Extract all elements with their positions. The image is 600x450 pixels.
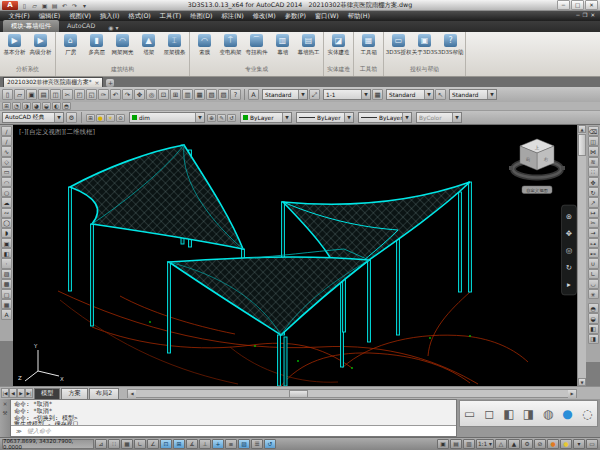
designcenter-icon[interactable]: ▦ — [194, 89, 205, 100]
annotation-visibility-button[interactable]: △ — [495, 439, 507, 449]
workshop-button[interactable]: ⌂厂房 — [58, 34, 83, 57]
redo-icon[interactable]: ↷ — [70, 1, 79, 10]
tab-scheme[interactable]: 方案 — [61, 388, 87, 399]
command-window-grip[interactable]: ✕⚒ — [0, 399, 10, 437]
layer-lock-icon[interactable]: ⊙ — [116, 114, 125, 122]
viewcube-top-face[interactable]: 上 — [535, 145, 540, 150]
polar-toggle[interactable]: ∠ — [147, 439, 159, 449]
scroll-left-icon[interactable]: ◀ — [128, 390, 136, 398]
viewport-controls-label[interactable]: [-][自定义视图][二维线框] — [19, 128, 95, 136]
command-close-icon[interactable]: ✕ — [3, 401, 8, 407]
ellipse-arc-icon[interactable]: ◗ — [1, 228, 12, 238]
linetype-combo[interactable]: ByLayer ▼ — [296, 112, 354, 123]
horizontal-scroll-thumb[interactable] — [289, 390, 308, 398]
text-style-combo[interactable]: Standard▼ — [262, 89, 308, 100]
about-button[interactable]: ▣关于3D3S — [412, 34, 437, 57]
point-icon[interactable]: · — [1, 258, 12, 268]
open-icon[interactable]: ▱ — [14, 89, 25, 100]
transparency-toggle[interactable]: ▨ — [238, 439, 250, 449]
table-icon[interactable]: ▦ — [1, 299, 12, 309]
mini-tool-icon-6[interactable]: ◐ — [52, 102, 61, 110]
lineweight-toggle[interactable]: ≡ — [225, 439, 237, 449]
revision-cloud-icon[interactable]: ☁ — [1, 197, 12, 207]
pan-icon[interactable]: ✥ — [134, 89, 145, 100]
mini-tool-icon-1[interactable]: ⊞ — [2, 102, 11, 110]
minimize-button[interactable]: ─ — [557, 0, 570, 10]
menu-item[interactable]: 格式(O) — [124, 12, 155, 21]
lineweight-combo[interactable]: ByLayer ▼ — [358, 112, 412, 123]
status-menu-button[interactable]: ▾ — [573, 439, 585, 449]
first-layout-icon[interactable]: |◀ — [1, 388, 9, 398]
send-under-icon[interactable]: ◨ — [588, 334, 599, 344]
mleader-style-icon[interactable]: ↖ — [435, 89, 446, 100]
plot-icon[interactable]: ▤ — [50, 1, 59, 10]
auto-annotate-button[interactable]: ▲ — [508, 439, 520, 449]
vs-realistic-button[interactable]: ● — [559, 402, 576, 425]
showmotion-icon[interactable]: ▸ — [567, 280, 571, 289]
rectangle-icon[interactable]: ▭ — [1, 167, 12, 177]
layer-match-icon[interactable]: ✎ — [217, 114, 226, 122]
new-drawing-tab-button[interactable]: + — [106, 79, 114, 87]
horizontal-scrollbar[interactable]: ◀ ▶ — [127, 389, 577, 398]
plot-preview-icon[interactable]: ◫ — [50, 89, 61, 100]
arc-icon[interactable]: ◠ — [1, 177, 12, 187]
undo-icon[interactable]: ↶ — [60, 1, 69, 10]
cable-membrane-button[interactable]: ◠索膜 — [192, 34, 217, 57]
bring-to-front-icon[interactable]: ◓ — [588, 303, 599, 313]
tab-autocad[interactable]: AutoCAD — [59, 20, 103, 32]
layer-bulb-icon[interactable]: ● — [96, 114, 105, 122]
scale-icon[interactable]: ↗ — [588, 197, 599, 207]
scroll-up-icon[interactable]: ▲ — [578, 125, 586, 133]
vs-xray-button[interactable]: ◌ — [579, 402, 596, 425]
multi-storey-button[interactable]: ▮多高层 — [84, 34, 109, 57]
workspace-switch-button[interactable]: ⚙ — [521, 439, 533, 449]
line-icon[interactable]: / — [1, 126, 12, 136]
properties-icon[interactable]: ▥ — [182, 89, 193, 100]
vs-wireframe-button[interactable]: ◻ — [481, 402, 498, 425]
save-icon[interactable]: ▣ — [26, 89, 37, 100]
orbit-icon[interactable]: ↻ — [566, 263, 572, 272]
extend-icon[interactable]: → — [588, 228, 599, 238]
tower-button[interactable]: ▲塔架 — [136, 34, 161, 57]
workspace-combo[interactable]: AutoCAD 经典▼ — [2, 112, 64, 123]
spline-icon[interactable]: ∾ — [1, 208, 12, 218]
rotate-icon[interactable]: ↻ — [588, 187, 599, 197]
vs-conceptual-button[interactable]: ◨ — [520, 402, 537, 425]
3d-osnap-toggle[interactable]: ⊞ — [173, 439, 185, 449]
last-layout-icon[interactable]: ▶| — [25, 388, 33, 398]
close-button[interactable]: ✕ — [585, 0, 598, 10]
next-layout-icon[interactable]: ▶ — [17, 388, 25, 398]
annotation-scale-button[interactable]: 1:1 ▾ — [476, 439, 494, 449]
tab-model[interactable]: 模型 — [34, 388, 60, 399]
viewcube-left-face[interactable]: 前 — [526, 157, 531, 162]
prev-layout-icon[interactable]: ◀ — [9, 388, 17, 398]
mini-tool-icon-3[interactable]: ◑ — [22, 102, 31, 110]
dyn-input-toggle[interactable]: + — [212, 439, 224, 449]
menu-item[interactable]: 修改(M) — [248, 12, 280, 21]
pan-icon[interactable]: ✥ — [566, 229, 572, 238]
quick-view-drawings-button[interactable]: ▥ — [463, 439, 475, 449]
grid-toggle[interactable]: ▦ — [121, 439, 133, 449]
save-icon[interactable]: ▣ — [40, 1, 49, 10]
doc-close-button[interactable]: ✕ — [590, 12, 595, 18]
scroll-right-icon[interactable]: ▶ — [568, 390, 576, 398]
tab-layout2[interactable]: 布局2 — [89, 388, 119, 399]
isolate-objects-button[interactable]: ● — [560, 439, 572, 449]
menu-item[interactable]: 标注(N) — [217, 12, 248, 21]
curtain-thermal-button[interactable]: ▤幕墙热工 — [296, 34, 321, 57]
model-space-button[interactable]: ▣ — [437, 439, 449, 449]
region-icon[interactable]: ▢ — [1, 289, 12, 299]
curtain-wall-button[interactable]: ▥幕墙 — [270, 34, 295, 57]
redo-icon[interactable]: ↷ — [122, 89, 133, 100]
explode-icon[interactable]: ✳ — [588, 289, 599, 299]
vertical-scroll-thumb[interactable] — [578, 134, 586, 156]
fillet-icon[interactable]: ◡ — [588, 279, 599, 289]
menu-item[interactable]: 帮助(H) — [343, 12, 374, 21]
license-button[interactable]: ▭3D3S授权 — [386, 34, 411, 57]
toolbox-button[interactable]: ▦工具箱 — [356, 34, 381, 57]
workspace-settings-icon[interactable]: ⚙ — [66, 112, 77, 123]
chamfer-icon[interactable]: ∟ — [588, 269, 599, 279]
vs-2d-wireframe-button[interactable]: ▭ — [461, 402, 478, 425]
osnap-toggle[interactable]: ⊡ — [160, 439, 172, 449]
snap-toggle[interactable]: ∷ — [108, 439, 120, 449]
